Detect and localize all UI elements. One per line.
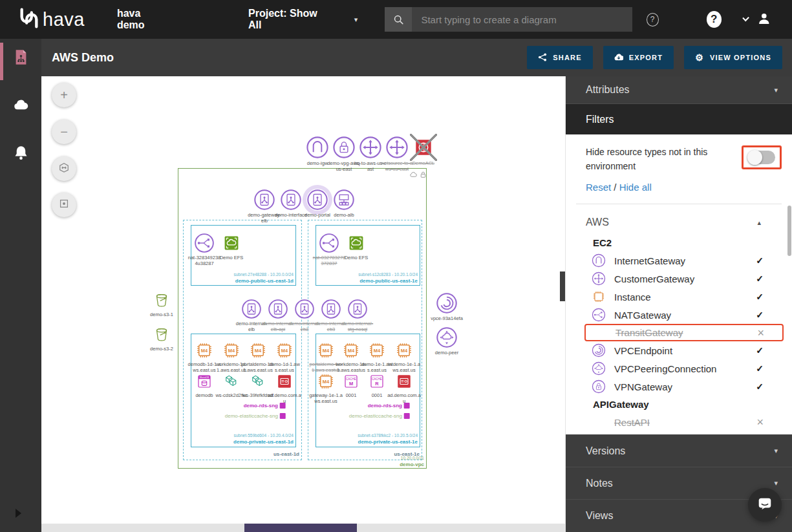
svg-text:CACHE: CACHE xyxy=(372,378,382,381)
elb-icon xyxy=(253,189,275,211)
account-caret-icon[interactable] xyxy=(742,15,749,22)
visible-check-icon[interactable]: ✓ xyxy=(756,345,764,356)
diagram-node-demo-1d-1-aws-east-us[interactable]: M4demo-1d-1.aws.east.us xyxy=(268,341,301,373)
node-label: vpce-93a14efa xyxy=(430,315,464,321)
chevron-up-icon: ▴ xyxy=(757,218,761,227)
vpc-peering-icon xyxy=(592,361,606,376)
filter-item-vpcpeeringconnection[interactable]: VPCPeeringConnection✓ xyxy=(566,359,792,378)
view-options-button[interactable]: ⚙ VIEW OPTIONS xyxy=(684,46,782,69)
chat-widget-button[interactable] xyxy=(748,488,782,522)
diagram-label-10-20-0-0-21: 10.20.0.0/21 xyxy=(401,456,424,460)
zoom-out-button[interactable]: − xyxy=(52,120,76,144)
node-label: DemoACL xyxy=(407,160,440,166)
filter-item-natgateway[interactable]: NATGateway✓ xyxy=(566,306,792,324)
diagram-node-demo-peer[interactable]: demo-peer xyxy=(430,326,464,356)
filter-item-restapi[interactable]: RestAPI× xyxy=(566,413,792,431)
sidebar-item-environments[interactable] xyxy=(0,39,41,78)
diagram-node-ad-demo-com-au[interactable]: ad.demo.com.au xyxy=(387,372,421,404)
filter-item-label: CustomerGateway xyxy=(614,273,694,284)
toggle-highlight-box xyxy=(742,145,782,169)
chevron-down-icon: ▾ xyxy=(774,479,778,487)
links-separator: / xyxy=(614,182,616,193)
diagram-search[interactable] xyxy=(385,7,632,32)
diagram-label-subnet-27e48288-10-20-0-0-24: subnet-27e48288 - 10.20.0.0/24 xyxy=(233,272,294,277)
acl-icon xyxy=(412,136,435,159)
ws-icon xyxy=(248,372,268,391)
fit-view-button[interactable] xyxy=(52,156,76,181)
reset-link[interactable]: Reset xyxy=(586,182,611,193)
s3-icon xyxy=(152,325,171,345)
toggle-knob[interactable] xyxy=(747,150,762,165)
filter-item-vpngateway[interactable]: VPNGateway✓ xyxy=(566,378,792,396)
vpc-endpoint-icon xyxy=(592,343,606,357)
context-help-icon[interactable]: ? xyxy=(647,13,659,27)
instance-icon xyxy=(592,290,606,304)
sidebar-expand-icon[interactable] xyxy=(16,509,21,518)
filter-item-transitgateway[interactable]: TransitGateway× xyxy=(584,324,784,341)
visible-check-icon[interactable]: ✓ xyxy=(756,363,764,374)
sidebar-item-alerts[interactable] xyxy=(0,134,41,173)
node-label: ad.demo.com.au xyxy=(268,392,301,404)
filter-item-instance[interactable]: Instance✓ xyxy=(566,288,792,306)
svg-text:M4: M4 xyxy=(348,348,355,354)
diagram-label-subnet-s12c8283-10-20-1-0-24: subnet-s12c8283 - 10.20.1.0/24 xyxy=(358,272,418,277)
visible-check-icon[interactable]: ✓ xyxy=(756,310,764,320)
canvas-vertical-scrollbar[interactable] xyxy=(560,271,565,301)
hide-resources-toggle[interactable] xyxy=(748,151,775,164)
diagram-node-demo-efs[interactable]: Demo EFS xyxy=(339,233,373,261)
visible-check-icon[interactable]: ✓ xyxy=(756,255,764,266)
diagram-node-demo-alb[interactable]: demo-alb xyxy=(327,189,361,218)
gear-icon: ⚙ xyxy=(695,53,704,62)
diagrams-doc-icon xyxy=(12,48,30,69)
hidden-x-icon[interactable]: × xyxy=(756,416,764,428)
filter-item-internetgateway[interactable]: InternetGateway✓ xyxy=(566,251,792,270)
hide-all-link[interactable]: Hide all xyxy=(619,182,652,193)
nat-icon xyxy=(194,233,215,253)
elb-icon xyxy=(294,299,315,319)
panel-scroll-thumb[interactable] xyxy=(787,206,791,256)
diagram-node-intdemo-1e-1-aws-east-us[interactable]: M4intdemo-1e-1.aws.east.us xyxy=(387,341,421,373)
canvas-horizontal-scrollbar[interactable] xyxy=(41,524,565,532)
workspace-name: hava demo xyxy=(117,8,166,31)
hava-logo[interactable]: hava xyxy=(17,7,85,32)
share-button[interactable]: SHARE xyxy=(527,46,593,69)
search-icon[interactable] xyxy=(385,7,412,32)
diagram-node-ad-demo-com-au[interactable]: ad.demo.com.au xyxy=(268,372,301,404)
user-avatar-icon[interactable] xyxy=(757,12,771,27)
visible-check-icon[interactable]: ✓ xyxy=(756,381,764,392)
diagram-node-vpce-93a14efa[interactable]: vpce-93a14efa xyxy=(430,292,464,321)
sidebar-item-sources[interactable] xyxy=(0,87,41,125)
section-versions[interactable]: Versions▾ xyxy=(566,434,792,467)
filter-item-customergateway[interactable]: CustomerGateway✓ xyxy=(566,270,792,288)
filter-item-vpcendpoint[interactable]: VPCEndpoint✓ xyxy=(566,341,792,359)
internet-gateway-icon xyxy=(592,253,606,268)
export-button[interactable]: EXPORT xyxy=(603,46,674,69)
top-bar: hava hava demo Project: Show All ▾ ? ? xyxy=(0,0,792,39)
diagram-node-demoacl[interactable]: DemoACL xyxy=(407,136,440,166)
help-button-icon[interactable]: ? xyxy=(707,11,722,28)
filter-group-aws[interactable]: AWS▴ xyxy=(566,211,792,234)
center-view-button[interactable] xyxy=(52,193,76,217)
diagram-node-demo-internal-stg-nosql[interactable]: demo-internal-stg-nosql xyxy=(341,299,374,332)
visible-check-icon[interactable]: ✓ xyxy=(756,273,764,284)
diagram-node-demo-efs[interactable]: Demo EFS xyxy=(215,233,248,261)
m4-icon: M4 xyxy=(394,341,414,360)
diagram-canvas[interactable]: + − xyxy=(41,76,565,524)
vpn-gw-icon xyxy=(332,136,356,159)
diagram-node-demo-s3-2[interactable]: demo-s3-2 xyxy=(145,325,178,352)
visible-check-icon[interactable]: ✓ xyxy=(756,292,764,302)
search-input[interactable] xyxy=(412,7,632,32)
zoom-in-button[interactable]: + xyxy=(52,83,76,107)
svg-text:MariaDB: MariaDB xyxy=(200,376,209,379)
diagram-label-subnet-s378fkkc2-10-20-5-0-24: subnet-s378fkkc2 - 10.20.5.0/24 xyxy=(358,433,418,438)
horizontal-scroll-thumb[interactable] xyxy=(244,524,357,532)
aws-diagram: demo-igwdemo-vpg-aws-us-easthq-to-aws-us… xyxy=(41,76,565,524)
project-caret-icon[interactable]: ▾ xyxy=(354,16,358,24)
elb-icon xyxy=(280,189,302,211)
hidden-x-icon[interactable]: × xyxy=(757,327,764,339)
section-attributes[interactable]: Attributes▾ xyxy=(566,76,792,103)
project-selector[interactable]: Project: Show All xyxy=(248,8,325,31)
diagram-node-item[interactable] xyxy=(406,171,440,179)
section-filters[interactable]: Filters xyxy=(566,103,792,134)
diagram-node-demo-s3-1[interactable]: demo-s3-1 xyxy=(145,291,178,317)
